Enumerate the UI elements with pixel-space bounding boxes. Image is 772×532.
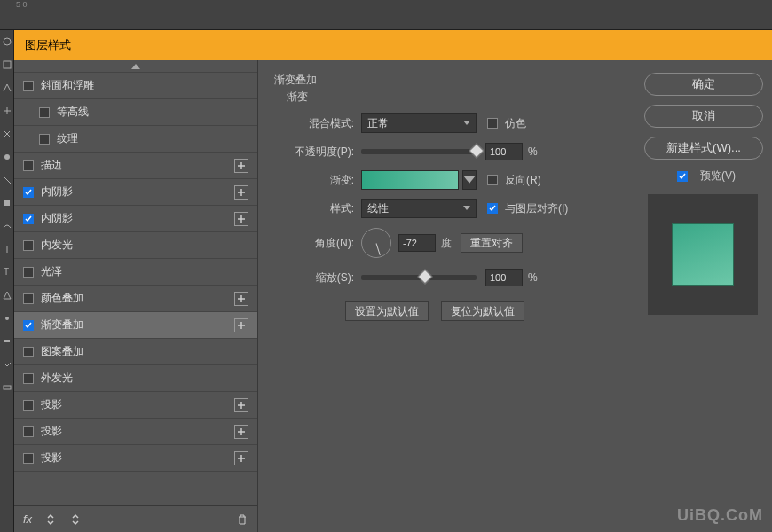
- style-checkbox[interactable]: [23, 400, 34, 411]
- angle-label: 角度(N):: [274, 236, 354, 251]
- fx-label[interactable]: fx: [23, 512, 32, 526]
- tool-icon[interactable]: [0, 168, 14, 192]
- style-label: 投影: [41, 424, 234, 439]
- scale-input[interactable]: [485, 269, 523, 286]
- add-effect-button[interactable]: [234, 451, 248, 466]
- style-label: 投影: [41, 397, 234, 412]
- style-label: 内阴影: [41, 211, 234, 226]
- scale-label: 缩放(S):: [274, 270, 354, 286]
- tool-icon[interactable]: T: [0, 261, 14, 284]
- blend-mode-dropdown[interactable]: 正常: [361, 113, 477, 133]
- gradient-dropdown[interactable]: [462, 170, 477, 190]
- style-checkbox[interactable]: [23, 160, 34, 171]
- style-item[interactable]: 内阴影: [14, 206, 257, 232]
- tool-icon[interactable]: [0, 145, 14, 168]
- tool-icon[interactable]: [0, 122, 14, 145]
- style-checkbox[interactable]: [23, 187, 34, 198]
- tool-icon[interactable]: [0, 238, 14, 261]
- style-checkbox[interactable]: [23, 81, 34, 91]
- dither-checkbox[interactable]: [487, 118, 498, 129]
- add-effect-button[interactable]: [234, 159, 248, 173]
- style-checkbox[interactable]: [39, 107, 50, 118]
- style-item[interactable]: 内发光: [14, 232, 257, 259]
- ruler-mark: 5 0: [16, 0, 28, 9]
- style-checkbox[interactable]: [23, 373, 34, 384]
- tool-icon[interactable]: [0, 353, 14, 376]
- style-label: 纹理: [57, 131, 248, 146]
- preview-checkbox[interactable]: [677, 171, 688, 182]
- tool-icon[interactable]: [0, 307, 14, 330]
- style-item[interactable]: 斜面和浮雕: [14, 73, 257, 99]
- style-item[interactable]: 内阴影: [14, 179, 257, 206]
- tool-icon[interactable]: [0, 76, 14, 99]
- tool-icon[interactable]: [0, 53, 14, 76]
- style-label: 描边: [41, 158, 234, 173]
- style-checkbox[interactable]: [23, 214, 34, 224]
- style-checkbox[interactable]: [23, 347, 34, 357]
- style-label: 内发光: [41, 238, 248, 253]
- opacity-slider[interactable]: [361, 149, 477, 154]
- opacity-input[interactable]: [485, 143, 523, 160]
- style-item[interactable]: 图案叠加: [14, 339, 257, 365]
- add-effect-button[interactable]: [234, 318, 248, 332]
- style-label: 外发光: [41, 371, 248, 386]
- style-checkbox[interactable]: [23, 426, 34, 437]
- align-checkbox[interactable]: [487, 203, 498, 214]
- style-item[interactable]: 光泽: [14, 259, 257, 286]
- style-item[interactable]: 投影: [14, 419, 257, 445]
- style-checkbox[interactable]: [23, 320, 34, 331]
- arrow-up-down-icon[interactable]: [44, 513, 57, 526]
- tool-icon[interactable]: [0, 30, 14, 53]
- reverse-checkbox[interactable]: [487, 175, 498, 185]
- preview-box: [648, 194, 758, 315]
- watermark: UiBQ.CoM: [677, 506, 763, 525]
- style-label: 斜面和浮雕: [41, 78, 248, 93]
- tool-icon[interactable]: [0, 99, 14, 122]
- trash-icon[interactable]: [236, 513, 248, 526]
- tool-icon[interactable]: [0, 330, 14, 353]
- dialog-title: 图层样式: [14, 30, 772, 60]
- style-item[interactable]: 投影: [14, 445, 257, 472]
- make-default-button[interactable]: 设置为默认值: [345, 301, 429, 321]
- scale-slider[interactable]: [361, 275, 477, 280]
- tool-icon[interactable]: [0, 192, 14, 215]
- style-checkbox[interactable]: [39, 134, 50, 145]
- style-item[interactable]: 等高线: [14, 99, 257, 126]
- style-item[interactable]: 颜色叠加: [14, 286, 257, 312]
- svg-rect-3: [4, 200, 10, 206]
- style-item[interactable]: 渐变叠加: [14, 312, 257, 339]
- tool-icon[interactable]: [0, 376, 14, 399]
- reset-align-button[interactable]: 重置对齐: [461, 233, 523, 253]
- gradient-swatch[interactable]: [361, 170, 459, 190]
- angle-dial[interactable]: [361, 228, 391, 258]
- tool-icon[interactable]: [0, 215, 14, 238]
- scroll-up-arrow[interactable]: [14, 60, 257, 73]
- add-effect-button[interactable]: [234, 425, 248, 439]
- add-effect-button[interactable]: [234, 212, 248, 226]
- style-checkbox[interactable]: [23, 240, 34, 251]
- reset-default-button[interactable]: 复位为默认值: [441, 301, 524, 321]
- style-checkbox[interactable]: [23, 453, 34, 464]
- cancel-button[interactable]: 取消: [644, 105, 763, 128]
- style-checkbox[interactable]: [23, 293, 34, 304]
- add-effect-button[interactable]: [234, 398, 248, 412]
- add-effect-button[interactable]: [234, 292, 248, 306]
- tool-icon[interactable]: [0, 284, 14, 307]
- style-checkbox[interactable]: [23, 267, 34, 278]
- arrow-up-down-icon[interactable]: [69, 513, 82, 526]
- style-dropdown[interactable]: 线性: [361, 199, 477, 218]
- style-item[interactable]: 描边: [14, 153, 257, 179]
- angle-input[interactable]: [398, 234, 436, 252]
- style-value: 线性: [367, 201, 389, 216]
- add-effect-button[interactable]: [234, 185, 248, 200]
- svg-rect-6: [4, 386, 11, 389]
- style-item[interactable]: 投影: [14, 392, 257, 419]
- style-item[interactable]: 外发光: [14, 365, 257, 392]
- ok-button[interactable]: 确定: [644, 73, 763, 96]
- slider-thumb[interactable]: [417, 270, 432, 285]
- tool-column: T: [0, 30, 14, 532]
- style-item[interactable]: 纹理: [14, 126, 257, 153]
- slider-thumb[interactable]: [469, 144, 484, 159]
- style-label: 光泽: [41, 264, 248, 279]
- new-style-button[interactable]: 新建样式(W)...: [644, 137, 763, 160]
